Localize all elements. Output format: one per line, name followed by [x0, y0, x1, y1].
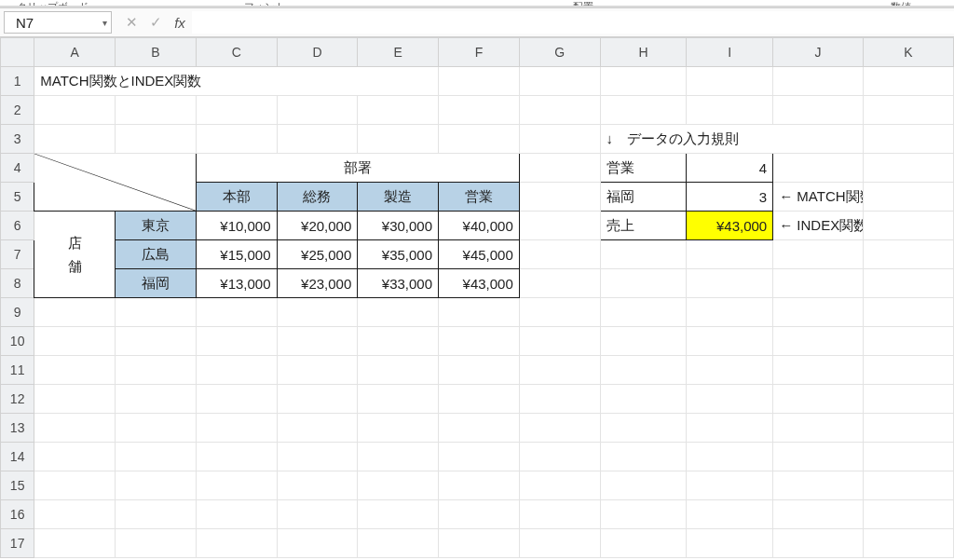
row-header[interactable]: 10: [1, 327, 34, 356]
row-header[interactable]: 4: [1, 154, 34, 183]
cell[interactable]: ← INDEX関数: [773, 212, 864, 240]
cell[interactable]: 本部: [196, 183, 277, 212]
cell[interactable]: ¥30,000: [358, 212, 439, 240]
row-header[interactable]: 8: [1, 269, 34, 298]
cell[interactable]: 店 舗: [34, 212, 116, 298]
cell[interactable]: ¥15,000: [196, 240, 277, 269]
lookup-val: ¥43,000: [687, 212, 772, 239]
row-header[interactable]: 6: [1, 212, 34, 240]
col-header[interactable]: K: [864, 38, 954, 67]
col-header[interactable]: I: [687, 38, 773, 67]
col-header[interactable]: E: [358, 38, 439, 67]
tenpo-label: 店 舗: [34, 212, 115, 297]
lookup-key: 売上: [601, 212, 687, 239]
ribbon-group: クリップボード: [0, 0, 106, 6]
price: ¥43,000: [439, 269, 519, 297]
cell[interactable]: 部署: [196, 154, 519, 183]
name-box-value: N7: [12, 15, 100, 31]
ribbon-group: 配置: [530, 0, 636, 6]
cell[interactable]: 広島: [116, 240, 197, 269]
ribbon-group: フォント: [212, 0, 319, 6]
cell[interactable]: 売上: [600, 212, 687, 240]
price: ¥40,000: [439, 212, 519, 239]
select-all-corner[interactable]: [1, 38, 34, 67]
svg-line-0: [34, 154, 196, 211]
cell[interactable]: 福岡: [116, 269, 197, 298]
row-header[interactable]: 11: [1, 356, 34, 385]
col-header[interactable]: A: [34, 38, 116, 67]
row-header[interactable]: 16: [1, 500, 34, 529]
cell[interactable]: ¥25,000: [277, 240, 358, 269]
col-header[interactable]: H: [600, 38, 687, 67]
cell[interactable]: ¥23,000: [277, 269, 358, 298]
row-header[interactable]: 14: [1, 443, 34, 471]
cell[interactable]: 営業: [439, 183, 520, 212]
price: ¥10,000: [197, 212, 277, 239]
note-text: ← MATCH関数: [773, 183, 863, 211]
col-header[interactable]: J: [773, 38, 864, 67]
row-header[interactable]: 1: [1, 67, 34, 96]
row-header[interactable]: 17: [1, 529, 34, 558]
cell[interactable]: ¥13,000: [196, 269, 277, 298]
price: ¥15,000: [197, 240, 277, 268]
cell[interactable]: ¥20,000: [277, 212, 358, 240]
cell[interactable]: ¥35,000: [358, 240, 439, 269]
cell[interactable]: ¥33,000: [358, 269, 439, 298]
col-header[interactable]: B: [116, 38, 197, 67]
price: ¥23,000: [278, 269, 358, 297]
chevron-down-icon[interactable]: ▾: [100, 18, 109, 28]
price: ¥33,000: [358, 269, 438, 297]
col-header[interactable]: G: [519, 38, 600, 67]
cell[interactable]: ↓ データの入力規則: [600, 125, 863, 154]
row-header[interactable]: 9: [1, 298, 34, 327]
price: ¥20,000: [278, 212, 358, 239]
bushou-header: 部署: [197, 154, 519, 182]
formula-input[interactable]: [192, 11, 954, 34]
dept-col: 総務: [278, 183, 358, 211]
store-row: 福岡: [116, 269, 196, 297]
cell[interactable]: 営業: [600, 154, 687, 183]
lookup-val: 3: [687, 183, 772, 211]
cell[interactable]: 総務: [277, 183, 358, 212]
row-header[interactable]: 12: [1, 385, 34, 414]
spreadsheet-grid[interactable]: A B C D E F G H I J K 1 MATCH関数とINDEX関数 …: [0, 37, 954, 558]
name-box[interactable]: N7 ▾: [4, 11, 112, 34]
col-header[interactable]: C: [196, 38, 277, 67]
lookup-key: 営業: [601, 154, 687, 182]
lookup-val: 4: [687, 154, 772, 182]
cell[interactable]: 福岡: [600, 183, 687, 212]
note-text: ← INDEX関数: [773, 212, 863, 239]
price: ¥35,000: [358, 240, 438, 268]
price: ¥45,000: [439, 240, 519, 268]
cell[interactable]: 3: [687, 183, 773, 212]
cell[interactable]: 製造: [358, 183, 439, 212]
price: ¥13,000: [197, 269, 277, 297]
cell[interactable]: ← MATCH関数: [773, 183, 864, 212]
cell[interactable]: MATCH関数とINDEX関数: [34, 67, 439, 96]
column-headers: A B C D E F G H I J K: [1, 38, 954, 67]
row-header[interactable]: 3: [1, 125, 34, 154]
cell[interactable]: ¥10,000: [196, 212, 277, 240]
row-header[interactable]: 7: [1, 240, 34, 269]
row-header[interactable]: 2: [1, 96, 34, 125]
cell[interactable]: 4: [687, 154, 773, 183]
col-header[interactable]: F: [439, 38, 520, 67]
lookup-hint: ↓ データの入力規則: [601, 125, 863, 153]
title-cell: MATCH関数とINDEX関数: [34, 67, 438, 95]
row-header[interactable]: 5: [1, 183, 34, 212]
enter-icon: ✓: [143, 11, 168, 34]
cell[interactable]: 東京: [116, 212, 197, 240]
cell[interactable]: ¥43,000: [439, 269, 520, 298]
row-header[interactable]: 15: [1, 471, 34, 500]
cell[interactable]: ¥40,000: [439, 212, 520, 240]
diagonal-cell[interactable]: [34, 154, 197, 212]
cell[interactable]: ¥43,000: [687, 212, 773, 240]
dept-col: 製造: [358, 183, 438, 211]
formula-bar: N7 ▾ ✕ ✓ fx: [0, 7, 954, 37]
lookup-key: 福岡: [601, 183, 687, 211]
cell[interactable]: ¥45,000: [439, 240, 520, 269]
dept-col: 本部: [197, 183, 277, 211]
fx-icon[interactable]: fx: [168, 11, 192, 34]
col-header[interactable]: D: [277, 38, 358, 67]
row-header[interactable]: 13: [1, 414, 34, 443]
